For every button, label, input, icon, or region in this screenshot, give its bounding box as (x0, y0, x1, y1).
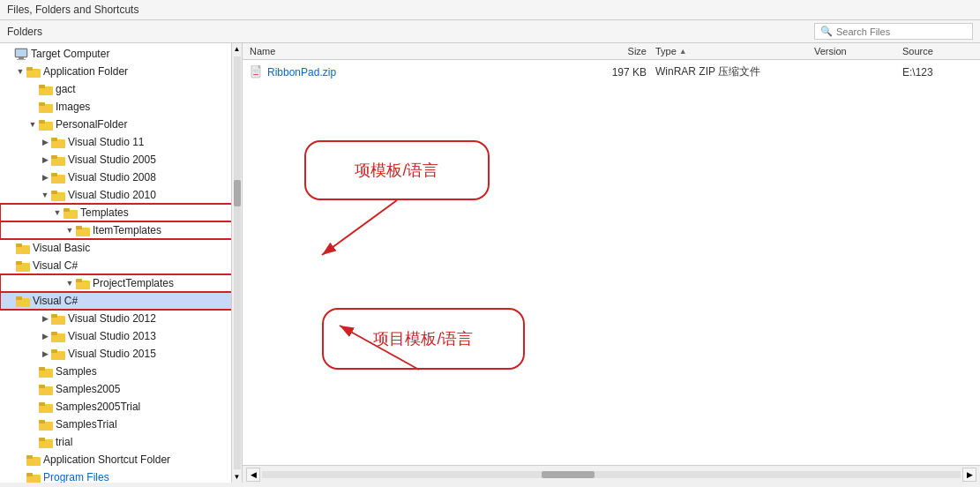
title-bar: Files, Folders and Shortcuts (0, 0, 980, 20)
file-name-0[interactable]: RibbonPad.zip (267, 66, 585, 79)
item-label-personalfolder: PersonalFolder (56, 118, 127, 131)
search-input[interactable] (836, 26, 960, 37)
expand-icon-itemtemplates[interactable]: ▼ (64, 224, 76, 236)
expand-icon-visualcsharp2[interactable] (4, 295, 16, 307)
sidebar-item-samplestrial[interactable]: SamplesTrial (0, 416, 242, 433)
folder-icon-samples (39, 365, 53, 378)
svg-rect-53 (253, 74, 258, 75)
col-type-header[interactable]: Type ▲ (655, 46, 814, 56)
svg-rect-19 (51, 191, 57, 194)
sidebar-item-vs2013[interactable]: ▶ Visual Studio 2013 (0, 327, 242, 345)
search-box: 🔍 (814, 23, 973, 40)
expand-icon-application-folder[interactable]: ▼ (14, 65, 26, 78)
expand-icon-personalfolder[interactable]: ▼ (26, 118, 39, 131)
folder-icon-vs2010 (51, 189, 65, 201)
sidebar-item-trial[interactable]: trial (0, 433, 242, 451)
folder-icon-samples2005trial (39, 401, 53, 413)
sidebar-item-vs2015[interactable]: ▶ Visual Studio 2015 (0, 345, 242, 363)
expand-icon-vs2010[interactable]: ▼ (39, 189, 51, 201)
folder-icon-visualbasic (16, 242, 30, 254)
folder-icon-itemtemplates (76, 224, 90, 236)
svg-rect-27 (16, 261, 22, 265)
scrollbar-track (234, 56, 241, 469)
expand-icon-projecttemplates[interactable]: ▼ (64, 277, 76, 289)
sidebar-item-vs2012[interactable]: ▶ Visual Studio 2012 (0, 310, 242, 327)
expand-icon-vs2015[interactable]: ▶ (39, 348, 51, 360)
folder-icon-personalfolder (39, 118, 53, 131)
sidebar-item-application-folder[interactable]: ▼ Application Folder (0, 63, 242, 80)
scrollbar-up-arrow[interactable]: ▲ (232, 43, 243, 55)
folders-label: Folders (7, 26, 42, 38)
sidebar-item-samples2005trial[interactable]: Samples2005Trial (0, 398, 242, 416)
sidebar-item-samples[interactable]: Samples (0, 363, 242, 380)
expand-icon-target-computer[interactable] (2, 48, 14, 60)
type-label: Type (655, 46, 677, 56)
sidebar-item-vs2010[interactable]: ▼ Visual Studio 2010 (0, 186, 242, 204)
h-scrollbar-thumb[interactable] (542, 471, 595, 478)
sidebar-item-vs2005[interactable]: ▶ Visual Studio 2005 (0, 151, 242, 169)
sidebar-item-itemtemplates[interactable]: ▼ ItemTemplates (0, 221, 242, 239)
svg-rect-25 (16, 244, 22, 247)
file-source-0: E:\123 (902, 66, 973, 79)
expand-icon-samples2005trial[interactable] (26, 401, 39, 413)
expand-icon-visualbasic[interactable] (4, 242, 16, 254)
expand-icon-vs2005[interactable]: ▶ (39, 154, 51, 166)
expand-icon-gact[interactable] (26, 83, 39, 95)
sidebar-item-vs2008[interactable]: ▶ Visual Studio 2008 (0, 169, 242, 186)
item-label-vs2005: Visual Studio 2005 (68, 154, 156, 166)
expand-icon-vs2012[interactable]: ▶ (39, 312, 51, 325)
sidebar-scroll-area: Target Computer▼ Application Folder gact… (0, 43, 242, 483)
expand-icon-vs2013[interactable]: ▶ (39, 330, 51, 342)
expand-icon-vs11[interactable]: ▶ (39, 136, 51, 148)
expand-icon-visualcsharp1[interactable] (4, 259, 16, 272)
scrollbar-thumb[interactable] (234, 180, 241, 206)
item-label-gact: gact (56, 83, 76, 95)
expand-icon-app-shortcut-folder[interactable] (14, 453, 26, 466)
file-row-0[interactable]: RibbonPad.zip 197 KB WinRAR ZIP 压缩文件 E:\… (243, 62, 980, 82)
svg-rect-51 (26, 473, 33, 476)
scroll-right-button[interactable]: ▶ (962, 468, 976, 482)
scrollbar-down-arrow[interactable]: ▼ (232, 471, 243, 483)
expand-icon-samplestrial[interactable] (26, 418, 39, 431)
sidebar-item-gact[interactable]: gact (0, 80, 242, 98)
col-name-header[interactable]: Name (250, 46, 585, 56)
svg-rect-5 (26, 67, 33, 71)
expand-icon-program-files[interactable] (14, 471, 26, 483)
col-size-header[interactable]: Size (585, 46, 655, 56)
sidebar-item-personalfolder[interactable]: ▼ PersonalFolder (0, 116, 242, 133)
expand-icon-samples2005[interactable] (26, 383, 39, 395)
sidebar-item-target-computer[interactable]: Target Computer (0, 45, 242, 63)
sidebar-item-visualcsharp2[interactable]: Visual C# (0, 292, 242, 310)
folder-icon-trial (39, 436, 53, 448)
svg-rect-55 (253, 71, 258, 72)
sidebar-item-visualbasic[interactable]: Visual Basic (0, 239, 242, 257)
sidebar-item-samples2005[interactable]: Samples2005 (0, 380, 242, 398)
toolbar: Folders 🔍 (0, 20, 980, 43)
expand-icon-templates[interactable]: ▼ (51, 206, 64, 219)
file-size-0: 197 KB (585, 66, 655, 79)
item-label-target-computer: Target Computer (31, 48, 109, 60)
svg-rect-17 (51, 173, 57, 176)
expand-icon-samples[interactable] (26, 365, 39, 378)
expand-icon-vs2008[interactable]: ▶ (39, 171, 51, 184)
svg-rect-47 (39, 438, 45, 441)
expand-icon-trial[interactable] (26, 436, 39, 448)
sidebar-item-vs11[interactable]: ▶ Visual Studio 11 (0, 133, 242, 151)
sidebar-item-app-shortcut-folder[interactable]: Application Shortcut Folder (0, 451, 242, 468)
folder-icon-gact (39, 83, 53, 95)
scroll-left-button[interactable]: ◀ (246, 468, 260, 482)
content-area: Target Computer▼ Application Folder gact… (0, 43, 980, 483)
svg-rect-11 (39, 120, 45, 124)
sidebar-item-projecttemplates[interactable]: ▼ ProjectTemplates (0, 274, 242, 292)
sidebar-item-program-files[interactable]: Program Files (0, 468, 242, 483)
folder-icon-templates (64, 206, 78, 219)
sidebar-item-images[interactable]: Images (0, 98, 242, 116)
sidebar-item-templates[interactable]: ▼ Templates (0, 204, 242, 221)
item-label-samplestrial: SamplesTrial (56, 418, 117, 431)
col-source-header[interactable]: Source (902, 46, 973, 56)
sidebar-item-visualcsharp1[interactable]: Visual C# (0, 257, 242, 274)
item-label-vs11: Visual Studio 11 (68, 136, 145, 148)
col-version-header[interactable]: Version (814, 46, 902, 56)
folder-icon-visualcsharp2 (16, 295, 30, 307)
expand-icon-images[interactable] (26, 101, 39, 113)
